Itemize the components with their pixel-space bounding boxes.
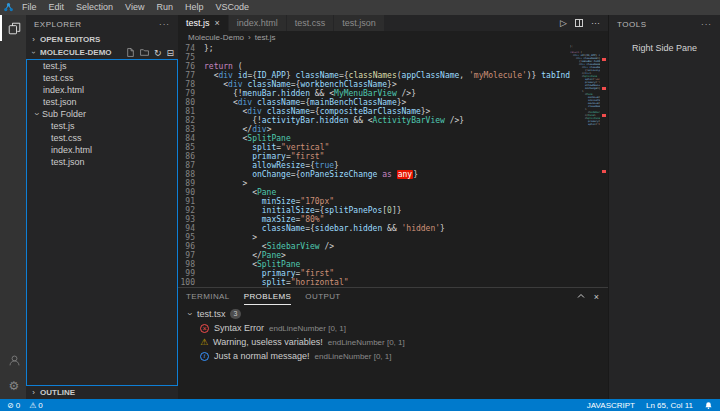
line-number: 98 [178, 260, 204, 269]
chevron-right-icon: › [30, 35, 37, 44]
code-lines[interactable]: 74};7576return (77 <div id={ID_APP} clas… [178, 43, 570, 287]
menu-view[interactable]: View [119, 0, 150, 15]
problems-list: ×Syntax ErrorendLineNumber [0, 1]⚠Warnin… [178, 321, 608, 363]
right-pane: TOOLS ··· Right Side Pane [608, 15, 720, 399]
right-pane-title: TOOLS [617, 20, 646, 29]
maximize-panel-icon[interactable] [577, 292, 585, 302]
file-tree: test.jstest.cssindex.htmltest.json › Sub… [26, 59, 178, 386]
menu-file[interactable]: File [16, 0, 43, 15]
more-actions-icon[interactable]: ··· [591, 18, 600, 28]
panel-tabs-container: TERMINALPROBLEMSOUTPUT [186, 288, 341, 305]
menu-run[interactable]: Run [150, 0, 179, 15]
breadcrumb-item[interactable]: test.js [255, 33, 276, 42]
code-token [392, 170, 397, 179]
problems-errors[interactable]: ⊘0 [7, 401, 20, 410]
status-left: ⊘0⚠0 [7, 401, 43, 410]
account-icon[interactable] [0, 347, 26, 373]
notifications-bell-icon[interactable] [704, 401, 713, 410]
line-number: 90 [178, 188, 204, 197]
menu-vscode[interactable]: VSCode [209, 0, 255, 15]
folder-section[interactable]: › MOLECULE-DEMO ↻ ⊟ [26, 46, 178, 59]
code-token: "170px" [300, 197, 334, 206]
problem-message: Warning, useless variables! [213, 337, 323, 347]
code-token: activityBar [262, 116, 315, 125]
problems-errors-value: 0 [16, 401, 20, 410]
code-token: div [228, 80, 242, 89]
code-token [204, 170, 252, 179]
code-token: {! [204, 89, 243, 98]
outline-section[interactable]: › OUTLINE [26, 386, 178, 399]
code-token: 'hidden' [402, 224, 441, 233]
code-token: }; [204, 44, 214, 53]
file-test.css[interactable]: test.css [27, 72, 177, 84]
explorer-activity-icon[interactable] [0, 15, 26, 41]
code-line: 90 <Pane [178, 188, 570, 197]
split-editor-icon[interactable] [575, 19, 583, 27]
problems-file-group[interactable]: › test.tsx 3 [178, 307, 608, 321]
menu-selection[interactable]: Selection [70, 0, 119, 15]
minimap-token: onChange [585, 87, 597, 90]
status-bar: ⊘0⚠0 JAVASCRIPT Ln 65, Col 11 [0, 399, 720, 411]
settings-gear-icon[interactable]: ⚙ [0, 373, 26, 399]
tab-test.css[interactable]: test.css [287, 15, 335, 31]
file-test.json[interactable]: test.json [27, 96, 177, 108]
file-test.css[interactable]: test.css [27, 132, 177, 144]
line-number: 82 [178, 116, 204, 125]
new-folder-icon[interactable] [140, 48, 149, 57]
code-token: }> [421, 107, 431, 116]
code-token: "first" [300, 269, 334, 278]
code-token [204, 278, 262, 287]
problem-item[interactable]: iJust a normal message!endLineNumber [0,… [178, 349, 608, 363]
cursor-position[interactable]: Ln 65, Col 11 [646, 401, 693, 410]
problem-item[interactable]: ×Syntax ErrorendLineNumber [0, 1] [178, 321, 608, 335]
code-token: menuBar [243, 89, 277, 98]
new-file-icon[interactable] [126, 48, 135, 57]
subfolder-row[interactable]: › Sub Folder [27, 108, 177, 120]
right-pane-header: TOOLS ··· [609, 15, 720, 33]
file-test.js[interactable]: test.js [27, 60, 177, 72]
language-indicator[interactable]: JAVASCRIPT [587, 401, 635, 410]
file-index.html[interactable]: index.html [27, 84, 177, 96]
breadcrumb-item[interactable]: Molecule-Demo [188, 33, 244, 42]
app-logo-icon[interactable] [0, 2, 16, 13]
code-token: minSize [262, 197, 296, 206]
problems-warnings[interactable]: ⚠0 [29, 401, 43, 410]
code-token: className [262, 224, 305, 233]
code-token: ={ [291, 170, 301, 179]
code-token [204, 206, 262, 215]
line-number: 81 [178, 107, 204, 116]
close-tab-icon[interactable]: × [215, 18, 220, 28]
breadcrumb: Molecule-Demo›test.js [178, 31, 608, 43]
problem-item[interactable]: ⚠Warning, useless variables!endLineNumbe… [178, 335, 608, 349]
tab-test.json[interactable]: test.json [334, 15, 385, 31]
panel-tab-terminal[interactable]: TERMINAL [186, 288, 230, 305]
panel-tab-problems[interactable]: PROBLEMS [244, 288, 292, 305]
code-text: > [204, 179, 247, 188]
line-number: 79 [178, 89, 204, 98]
open-editors-section[interactable]: › OPEN EDITORS [26, 33, 178, 46]
code-token: ={ [291, 80, 301, 89]
code-line: 81 <div className={compositeBarClassName… [178, 107, 570, 116]
menu-help[interactable]: Help [179, 0, 210, 15]
file-test.js[interactable]: test.js [27, 120, 177, 132]
run-icon[interactable]: ▷ [560, 18, 567, 28]
code-editor[interactable]: 74};7576return (77 <div id={ID_APP} clas… [178, 43, 608, 287]
tab-index.html[interactable]: index.html [229, 15, 287, 31]
collapse-all-icon[interactable]: ⊟ [166, 48, 174, 58]
menu-edit[interactable]: Edit [43, 0, 71, 15]
code-line: 76return ( [178, 62, 570, 71]
close-panel-icon[interactable]: × [594, 292, 599, 302]
code-text: onChange={onPaneSizeChange as any} [204, 170, 418, 179]
file-test.json[interactable]: test.json [27, 156, 177, 168]
tab-test.js[interactable]: test.js× [178, 15, 229, 31]
chevron-down-icon: › [185, 311, 195, 318]
problem-detail: endLineNumber [0, 1] [269, 324, 346, 333]
minimap[interactable]: };return ( <div id={ID_APP} className={c… [570, 43, 600, 287]
explorer-more-icon[interactable]: ··· [159, 20, 170, 29]
right-pane-more-icon[interactable]: ··· [701, 20, 712, 29]
file-index.html[interactable]: index.html [27, 144, 177, 156]
warning-icon: ⚠ [200, 337, 208, 347]
refresh-icon[interactable]: ↻ [154, 48, 162, 58]
subfolder-label: Sub Folder [42, 108, 86, 120]
panel-tab-output[interactable]: OUTPUT [305, 288, 340, 305]
